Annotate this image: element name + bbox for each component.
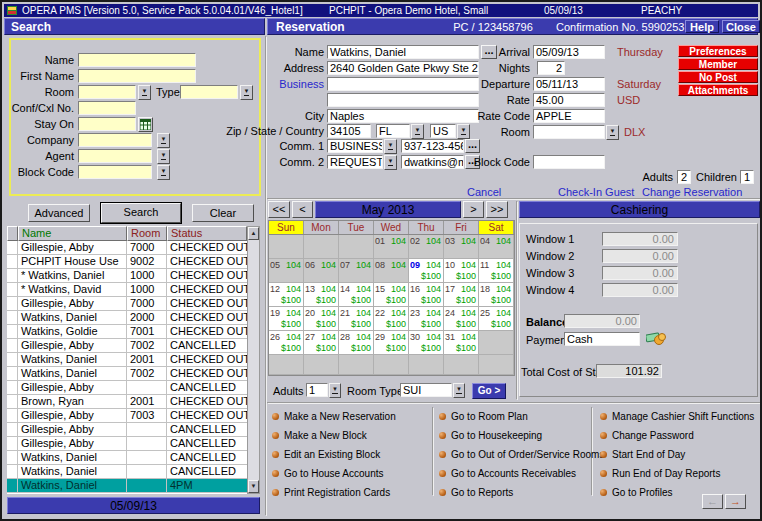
table-row[interactable]: * Watkins, David1000CHECKED OUT bbox=[7, 283, 247, 297]
prev-month-button[interactable]: < bbox=[292, 201, 313, 218]
menu-link[interactable]: Go to House Accounts bbox=[272, 468, 384, 479]
calendar-cell[interactable]: 05104 bbox=[269, 259, 304, 283]
table-row[interactable]: Watkins, Daniel4PM bbox=[7, 479, 247, 493]
no-post-button[interactable]: No Post bbox=[678, 71, 758, 83]
column-header-room[interactable]: Room bbox=[127, 226, 167, 241]
calendar-cell[interactable]: 14104$100 bbox=[339, 283, 374, 307]
comm2-value-input[interactable]: dwatkins@mic bbox=[401, 155, 464, 169]
payment-input[interactable]: Cash bbox=[564, 332, 640, 346]
scroll-down-button[interactable]: ▼ bbox=[248, 480, 259, 493]
table-row[interactable]: Watkins, DanielCANCELLED bbox=[7, 465, 247, 479]
departure-input[interactable]: 05/11/13 bbox=[533, 77, 605, 91]
close-button[interactable]: Close bbox=[722, 20, 760, 33]
table-row[interactable]: Gillespie, Abby7000CHECKED OUT bbox=[7, 241, 247, 255]
table-row[interactable]: Gillespie, Abby7000CHECKED OUT bbox=[7, 297, 247, 311]
calendar-cell[interactable]: 21104$100 bbox=[339, 307, 374, 331]
menu-link[interactable]: Start End of Day bbox=[600, 449, 685, 460]
state-dropdown-button[interactable]: ▼ bbox=[411, 124, 424, 139]
column-header-name[interactable]: Name bbox=[18, 226, 127, 241]
table-row[interactable]: PCHPIT House Use9002CHECKED OUT bbox=[7, 255, 247, 269]
menu-link[interactable]: Go to Housekeeping bbox=[439, 430, 542, 441]
calendar-cell[interactable]: 15104$100 bbox=[374, 283, 409, 307]
change-reservation-link[interactable]: Change Reservation bbox=[642, 186, 742, 198]
money-icon[interactable] bbox=[646, 330, 666, 350]
search-conf-input[interactable] bbox=[78, 101, 136, 115]
menu-link[interactable]: Run End of Day Reports bbox=[600, 468, 720, 479]
menu-link[interactable]: Go to Profiles bbox=[600, 487, 673, 498]
nav-forward-button[interactable]: → bbox=[725, 494, 746, 509]
menu-link[interactable]: Print Registration Cards bbox=[272, 487, 390, 498]
help-button[interactable]: Help bbox=[685, 20, 719, 33]
table-row[interactable]: Watkins, Daniel2001CHECKED OUT bbox=[7, 353, 247, 367]
calendar-cell[interactable]: 04104 bbox=[479, 235, 514, 259]
calendar-cell[interactable]: 08104 bbox=[374, 259, 409, 283]
comm1-lookup-button[interactable]: ... bbox=[465, 139, 480, 153]
window-amount-field[interactable]: 0.00 bbox=[602, 249, 678, 263]
room-number-input[interactable] bbox=[533, 125, 605, 139]
column-header-status[interactable]: Status bbox=[167, 226, 247, 241]
search-company-input[interactable] bbox=[78, 133, 152, 147]
calendar-cell[interactable]: 25104$100 bbox=[479, 307, 514, 331]
menu-link[interactable]: Go to Room Plan bbox=[439, 411, 528, 422]
comm2-dropdown-button[interactable]: ▼ bbox=[384, 155, 397, 170]
calendar-picker-button[interactable] bbox=[138, 117, 153, 132]
block-code-dropdown-button[interactable]: ▼ bbox=[157, 165, 170, 180]
calendar-cell[interactable]: 11104$100 bbox=[479, 259, 514, 283]
scroll-up-button[interactable]: ▲ bbox=[248, 227, 259, 240]
calendar-cell[interactable]: 07104 bbox=[339, 259, 374, 283]
attachments-button[interactable]: Attachments bbox=[678, 84, 758, 96]
table-row[interactable]: Gillespie, AbbyCANCELLED bbox=[7, 381, 247, 395]
search-stay-on-input[interactable] bbox=[78, 117, 136, 131]
table-row[interactable]: Watkins, Daniel7002CHECKED OUT bbox=[7, 367, 247, 381]
state-input[interactable]: FL bbox=[376, 124, 410, 138]
calendar-cell[interactable]: 22104$100 bbox=[374, 307, 409, 331]
menu-link[interactable]: Edit an Existing Block bbox=[272, 449, 380, 460]
go-button[interactable]: Go > bbox=[472, 383, 506, 399]
search-block-code-input[interactable] bbox=[78, 165, 152, 179]
calendar-cell[interactable]: 26104$100 bbox=[269, 331, 304, 355]
table-row[interactable]: Gillespie, Abby7002CANCELLED bbox=[7, 339, 247, 353]
menu-link[interactable]: Go to Out of Order/Service Rooms bbox=[439, 449, 604, 460]
calendar-cell[interactable]: 03104 bbox=[444, 235, 479, 259]
calendar-cell[interactable]: 18104$100 bbox=[479, 283, 514, 307]
calendar-cell[interactable]: 12104$100 bbox=[269, 283, 304, 307]
table-row[interactable]: Watkins, Goldie7001CHECKED OUT bbox=[7, 325, 247, 339]
menu-link[interactable]: Go to Reports bbox=[439, 487, 513, 498]
table-row[interactable]: Brown, Ryan2001CHECKED OUT bbox=[7, 395, 247, 409]
calendar-cell[interactable]: 20104$100 bbox=[304, 307, 339, 331]
rate-code-input[interactable]: APPLE bbox=[533, 109, 605, 123]
table-row[interactable]: * Watkins, Daniel1000CHECKED OUT bbox=[7, 269, 247, 283]
calendar-cell[interactable]: 29104$100 bbox=[374, 331, 409, 355]
adults-input[interactable]: 2 bbox=[677, 170, 691, 184]
arrival-input[interactable]: 05/09/13 bbox=[533, 45, 605, 59]
prev-year-button[interactable]: << bbox=[268, 201, 290, 218]
menu-link[interactable]: Make a New Reservation bbox=[272, 411, 396, 422]
calendar-cell[interactable]: 28104$100 bbox=[339, 331, 374, 355]
agent-dropdown-button[interactable]: ▼ bbox=[157, 149, 170, 164]
calendar-cell[interactable]: 09104$100 bbox=[409, 259, 444, 283]
rate-input[interactable]: 45.00 bbox=[533, 93, 605, 107]
calendar-cell[interactable]: 10104$100 bbox=[444, 259, 479, 283]
cal-room-type-dropdown-button[interactable]: ▼ bbox=[453, 383, 465, 398]
cal-adults-input[interactable]: 1 bbox=[306, 383, 328, 397]
zip-input[interactable]: 34105 bbox=[327, 124, 371, 138]
menu-link[interactable]: Make a New Block bbox=[272, 430, 367, 441]
search-name-input[interactable] bbox=[78, 53, 196, 67]
comm1-type-select[interactable]: BUSINESS bbox=[327, 139, 383, 153]
company-dropdown-button[interactable]: ▼ bbox=[157, 133, 170, 148]
calendar-cell[interactable]: 16104$100 bbox=[409, 283, 444, 307]
advanced-button[interactable]: Advanced bbox=[28, 204, 90, 222]
next-month-button[interactable]: > bbox=[463, 201, 484, 218]
calendar-cell[interactable]: 02104 bbox=[409, 235, 444, 259]
check-in-guest-link[interactable]: Check-In Guest bbox=[558, 186, 634, 198]
table-row[interactable]: Watkins, DanielCANCELLED bbox=[7, 451, 247, 465]
clear-button[interactable]: Clear bbox=[192, 204, 254, 222]
window-amount-field[interactable]: 0.00 bbox=[602, 283, 678, 297]
table-row[interactable]: Watkins, Daniel2000CHECKED OUT bbox=[7, 311, 247, 325]
calendar-cell[interactable]: 19104$100 bbox=[269, 307, 304, 331]
next-year-button[interactable]: >> bbox=[486, 201, 508, 218]
table-row[interactable]: Gillespie, AbbyCANCELLED bbox=[7, 423, 247, 437]
menu-link[interactable]: Go to Accounts Receivables bbox=[439, 468, 576, 479]
menu-link[interactable]: Manage Cashier Shift Functions bbox=[600, 411, 754, 422]
business-link[interactable]: Business bbox=[214, 78, 324, 91]
